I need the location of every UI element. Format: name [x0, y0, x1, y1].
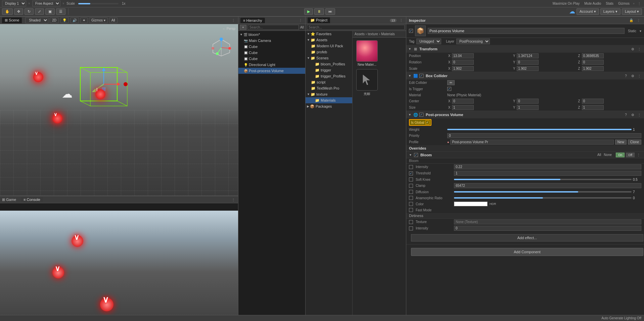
- ppv-header[interactable]: ▼ 🌐 ✓ Post-process Volume ? ⚙ ⋮: [406, 111, 644, 118]
- tree-cube-3[interactable]: 🔲 Cube: [238, 56, 305, 62]
- bloom-off-btn[interactable]: Off: [626, 153, 635, 157]
- dirtiness-texture-enabled[interactable]: [409, 220, 413, 224]
- hierarchy-tab[interactable]: ≡ Hierarchy: [240, 18, 265, 23]
- modern-ui-pack-folder[interactable]: 📁 Modern UI Pack: [306, 43, 352, 49]
- project-tab[interactable]: 📁 Project: [308, 17, 330, 23]
- move-tool[interactable]: ✥: [14, 8, 23, 15]
- add-effect-btn[interactable]: Add effect...: [411, 234, 643, 242]
- fast-mode-enabled[interactable]: [409, 208, 413, 212]
- center-x-input[interactable]: [452, 99, 474, 104]
- rect-tool[interactable]: ▣: [45, 8, 55, 15]
- is-global-checkbox[interactable]: ✓: [425, 120, 429, 124]
- tree-main-camera[interactable]: 📷 Main Camera: [238, 38, 305, 44]
- fx-button[interactable]: ✦: [80, 17, 88, 23]
- project-search-input[interactable]: [307, 25, 405, 30]
- static-dropdown-icon[interactable]: ▾: [640, 29, 641, 33]
- hierarchy-add-btn[interactable]: +: [240, 25, 246, 30]
- trigger-folder[interactable]: 📁 trigger: [306, 67, 352, 73]
- layers-button[interactable]: Layers ▾: [600, 8, 620, 15]
- bloom-on-btn[interactable]: On: [616, 153, 625, 157]
- audio-button[interactable]: 🔊: [70, 17, 79, 23]
- scale-tool[interactable]: ⤢: [35, 8, 44, 15]
- tag-select[interactable]: Untagged: [416, 39, 441, 44]
- threshold-enabled[interactable]: ✓: [409, 171, 413, 175]
- bloom-all-label[interactable]: All: [597, 153, 601, 157]
- pause-button[interactable]: ⏸: [314, 8, 324, 15]
- diffusion-enabled[interactable]: [409, 190, 413, 194]
- dirtiness-intensity-input[interactable]: [454, 226, 641, 231]
- color-picker[interactable]: [454, 202, 488, 206]
- transform-header[interactable]: ▼ ⊞ Transform ⚙ ⋮: [406, 45, 644, 53]
- dirtiness-intensity-enabled[interactable]: [409, 226, 413, 230]
- tree-cube-2[interactable]: 🔲 Cube: [238, 50, 305, 56]
- textmesh-pro-folder[interactable]: 📁 TextMesh Pro: [306, 85, 352, 91]
- assets-folder[interactable]: ▼ 📁 Assets: [306, 37, 352, 43]
- hierarchy-all-btn[interactable]: All: [300, 25, 304, 29]
- rotation-z-input[interactable]: [582, 60, 604, 65]
- play-button[interactable]: ▶: [304, 8, 313, 15]
- texture-folder[interactable]: ▼ 📁 texture: [306, 91, 352, 97]
- layout-button[interactable]: Layout ▾: [622, 8, 642, 15]
- weight-track[interactable]: [447, 129, 632, 130]
- profeb-folder[interactable]: 📁 profeb: [306, 49, 352, 55]
- color-enabled[interactable]: [409, 202, 413, 206]
- hierarchy-menu-icon[interactable]: ⋮: [298, 18, 303, 23]
- game-tab[interactable]: ⊞ Game: [2, 198, 16, 202]
- ppv-menu-icon[interactable]: ⋮: [637, 112, 642, 117]
- rotate-tool[interactable]: ↻: [25, 8, 34, 15]
- box-collider-help-icon[interactable]: ?: [623, 73, 629, 78]
- object-name-input[interactable]: [428, 28, 625, 34]
- orientation-gizmo[interactable]: [211, 38, 231, 58]
- clamp-input[interactable]: [454, 183, 641, 188]
- priority-input[interactable]: [447, 133, 641, 138]
- center-z-input[interactable]: [582, 99, 604, 104]
- size-z-input[interactable]: [582, 105, 604, 110]
- scale-y-input[interactable]: [517, 66, 539, 71]
- scene-menu-icon[interactable]: ⋮: [231, 18, 236, 23]
- 2d-button[interactable]: 2D: [50, 17, 59, 23]
- box-collider-menu-icon[interactable]: ⋮: [637, 73, 642, 78]
- project-menu-icon[interactable]: ⋮: [399, 18, 404, 23]
- box-collider-header[interactable]: ▼ 🟦 ✓ Box Collider ? ⚙ ⋮: [406, 72, 644, 79]
- account-button[interactable]: Account ▾: [577, 8, 599, 15]
- scene-tab[interactable]: ⊞ Scene: [2, 17, 22, 23]
- rotation-y-input[interactable]: [517, 60, 539, 65]
- edit-collider-btn[interactable]: ✏: [447, 80, 455, 85]
- scale-x-input[interactable]: [452, 66, 474, 71]
- inspector-menu-icon[interactable]: ⋮: [636, 18, 641, 23]
- intensity-input[interactable]: [454, 164, 641, 169]
- ppv-help-icon[interactable]: ?: [623, 112, 629, 117]
- size-y-input[interactable]: [517, 105, 539, 110]
- soft-knee-enabled[interactable]: [409, 177, 413, 181]
- ppv-settings-icon[interactable]: ⚙: [630, 112, 635, 117]
- scenes-folder[interactable]: ▼ 📁 Scenes: [306, 55, 352, 61]
- layer-select[interactable]: PostProcessing: [456, 39, 490, 44]
- all-btn[interactable]: All: [109, 17, 118, 23]
- soft-knee-track[interactable]: [454, 179, 632, 180]
- scene-viewport[interactable]: ← Persp: [0, 24, 238, 196]
- hand-tool[interactable]: ✋: [2, 8, 13, 15]
- asset-new-material[interactable]: New Mater...: [355, 40, 379, 66]
- packages-folder[interactable]: ▶ 📦 Packages: [306, 103, 352, 109]
- transform-tool[interactable]: ☰: [56, 8, 65, 15]
- threshold-input[interactable]: [454, 171, 641, 176]
- profile-new-btn[interactable]: New: [615, 140, 627, 145]
- tree-cube-1[interactable]: 🔲 Cube: [238, 44, 305, 50]
- anamorphic-enabled[interactable]: [409, 196, 413, 200]
- box-collider-active[interactable]: ✓: [419, 74, 423, 78]
- transform-settings-icon[interactable]: ⚙: [630, 46, 635, 52]
- clamp-enabled[interactable]: [409, 184, 413, 188]
- object-active-checkbox[interactable]: ✓: [409, 29, 413, 33]
- intensity-enabled[interactable]: [409, 165, 413, 169]
- is-trigger-checkbox[interactable]: ✓: [447, 87, 451, 91]
- favorites-folder[interactable]: ▼ ⭐ Favorites: [306, 31, 352, 37]
- rotation-x-input[interactable]: [452, 60, 474, 65]
- ppv-active[interactable]: ✓: [419, 113, 423, 117]
- profile-clone-btn[interactable]: Clone: [628, 140, 641, 145]
- tree-directional-light[interactable]: 💡 Directional Light: [238, 62, 305, 68]
- position-z-input[interactable]: [582, 53, 604, 58]
- hierarchy-search-input[interactable]: [248, 25, 299, 30]
- tree-root[interactable]: ▼ 🎬 bloom*: [238, 32, 305, 38]
- scale-z-input[interactable]: [582, 66, 604, 71]
- diffusion-track[interactable]: [454, 191, 632, 193]
